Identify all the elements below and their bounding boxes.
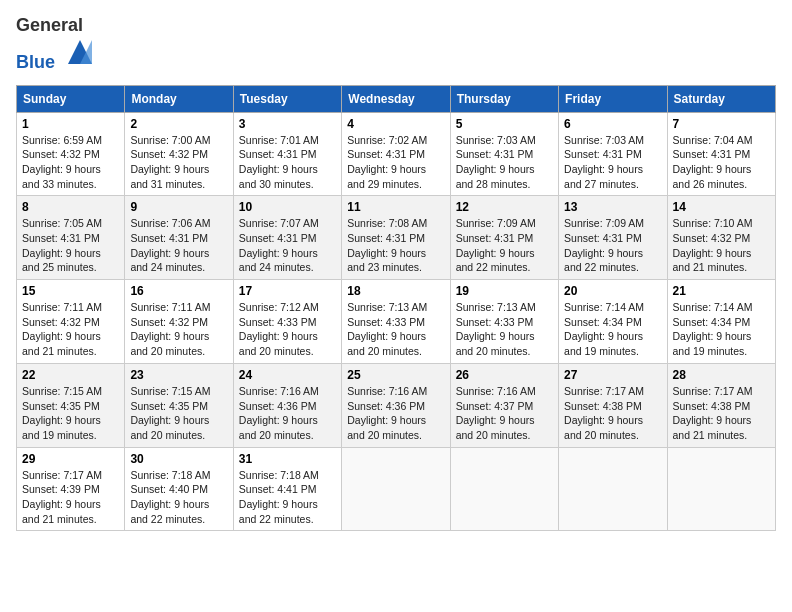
day-detail: Sunrise: 7:16 AMSunset: 4:36 PMDaylight:… [239, 385, 319, 441]
day-number: 31 [239, 452, 336, 466]
day-number: 4 [347, 117, 444, 131]
day-number: 7 [673, 117, 770, 131]
calendar-cell: 24 Sunrise: 7:16 AMSunset: 4:36 PMDaylig… [233, 363, 341, 447]
day-detail: Sunrise: 7:05 AMSunset: 4:31 PMDaylight:… [22, 217, 102, 273]
calendar-cell: 10 Sunrise: 7:07 AMSunset: 4:31 PMDaylig… [233, 196, 341, 280]
day-detail: Sunrise: 7:09 AMSunset: 4:31 PMDaylight:… [456, 217, 536, 273]
day-detail: Sunrise: 7:11 AMSunset: 4:32 PMDaylight:… [22, 301, 102, 357]
calendar-table: SundayMondayTuesdayWednesdayThursdayFrid… [16, 85, 776, 532]
calendar-cell: 7 Sunrise: 7:04 AMSunset: 4:31 PMDayligh… [667, 112, 775, 196]
day-detail: Sunrise: 7:10 AMSunset: 4:32 PMDaylight:… [673, 217, 753, 273]
day-number: 22 [22, 368, 119, 382]
day-number: 21 [673, 284, 770, 298]
week-row-2: 8 Sunrise: 7:05 AMSunset: 4:31 PMDayligh… [17, 196, 776, 280]
day-detail: Sunrise: 7:17 AMSunset: 4:38 PMDaylight:… [564, 385, 644, 441]
calendar-cell: 23 Sunrise: 7:15 AMSunset: 4:35 PMDaylig… [125, 363, 233, 447]
column-header-monday: Monday [125, 85, 233, 112]
day-number: 5 [456, 117, 553, 131]
calendar-cell: 3 Sunrise: 7:01 AMSunset: 4:31 PMDayligh… [233, 112, 341, 196]
day-number: 8 [22, 200, 119, 214]
day-number: 14 [673, 200, 770, 214]
calendar-cell: 5 Sunrise: 7:03 AMSunset: 4:31 PMDayligh… [450, 112, 558, 196]
logo-general-text: General [16, 15, 83, 35]
day-number: 16 [130, 284, 227, 298]
day-detail: Sunrise: 7:13 AMSunset: 4:33 PMDaylight:… [456, 301, 536, 357]
week-row-3: 15 Sunrise: 7:11 AMSunset: 4:32 PMDaylig… [17, 280, 776, 364]
day-number: 15 [22, 284, 119, 298]
day-number: 9 [130, 200, 227, 214]
calendar-cell [559, 447, 667, 531]
day-number: 30 [130, 452, 227, 466]
calendar-cell: 22 Sunrise: 7:15 AMSunset: 4:35 PMDaylig… [17, 363, 125, 447]
column-header-tuesday: Tuesday [233, 85, 341, 112]
calendar-cell: 12 Sunrise: 7:09 AMSunset: 4:31 PMDaylig… [450, 196, 558, 280]
day-detail: Sunrise: 7:02 AMSunset: 4:31 PMDaylight:… [347, 134, 427, 190]
calendar-cell: 20 Sunrise: 7:14 AMSunset: 4:34 PMDaylig… [559, 280, 667, 364]
week-row-5: 29 Sunrise: 7:17 AMSunset: 4:39 PMDaylig… [17, 447, 776, 531]
calendar-cell [450, 447, 558, 531]
day-detail: Sunrise: 7:13 AMSunset: 4:33 PMDaylight:… [347, 301, 427, 357]
logo: General Blue [16, 16, 96, 73]
calendar-cell: 13 Sunrise: 7:09 AMSunset: 4:31 PMDaylig… [559, 196, 667, 280]
calendar-cell: 2 Sunrise: 7:00 AMSunset: 4:32 PMDayligh… [125, 112, 233, 196]
calendar-cell: 11 Sunrise: 7:08 AMSunset: 4:31 PMDaylig… [342, 196, 450, 280]
day-number: 17 [239, 284, 336, 298]
logo-icon [64, 36, 96, 68]
calendar-cell: 25 Sunrise: 7:16 AMSunset: 4:36 PMDaylig… [342, 363, 450, 447]
calendar-cell: 28 Sunrise: 7:17 AMSunset: 4:38 PMDaylig… [667, 363, 775, 447]
calendar-cell: 15 Sunrise: 7:11 AMSunset: 4:32 PMDaylig… [17, 280, 125, 364]
calendar-header-row: SundayMondayTuesdayWednesdayThursdayFrid… [17, 85, 776, 112]
calendar-cell: 8 Sunrise: 7:05 AMSunset: 4:31 PMDayligh… [17, 196, 125, 280]
day-detail: Sunrise: 7:15 AMSunset: 4:35 PMDaylight:… [130, 385, 210, 441]
day-number: 23 [130, 368, 227, 382]
calendar-cell: 31 Sunrise: 7:18 AMSunset: 4:41 PMDaylig… [233, 447, 341, 531]
column-header-thursday: Thursday [450, 85, 558, 112]
day-detail: Sunrise: 7:07 AMSunset: 4:31 PMDaylight:… [239, 217, 319, 273]
calendar-cell [667, 447, 775, 531]
column-header-wednesday: Wednesday [342, 85, 450, 112]
calendar-cell: 21 Sunrise: 7:14 AMSunset: 4:34 PMDaylig… [667, 280, 775, 364]
day-number: 28 [673, 368, 770, 382]
day-number: 1 [22, 117, 119, 131]
day-number: 29 [22, 452, 119, 466]
day-number: 12 [456, 200, 553, 214]
column-header-sunday: Sunday [17, 85, 125, 112]
week-row-4: 22 Sunrise: 7:15 AMSunset: 4:35 PMDaylig… [17, 363, 776, 447]
calendar-cell: 16 Sunrise: 7:11 AMSunset: 4:32 PMDaylig… [125, 280, 233, 364]
day-number: 18 [347, 284, 444, 298]
calendar-cell: 9 Sunrise: 7:06 AMSunset: 4:31 PMDayligh… [125, 196, 233, 280]
day-number: 3 [239, 117, 336, 131]
day-number: 24 [239, 368, 336, 382]
day-detail: Sunrise: 7:03 AMSunset: 4:31 PMDaylight:… [456, 134, 536, 190]
day-number: 13 [564, 200, 661, 214]
day-detail: Sunrise: 7:17 AMSunset: 4:38 PMDaylight:… [673, 385, 753, 441]
day-number: 27 [564, 368, 661, 382]
calendar-cell: 27 Sunrise: 7:17 AMSunset: 4:38 PMDaylig… [559, 363, 667, 447]
calendar-cell: 26 Sunrise: 7:16 AMSunset: 4:37 PMDaylig… [450, 363, 558, 447]
day-detail: Sunrise: 7:08 AMSunset: 4:31 PMDaylight:… [347, 217, 427, 273]
day-detail: Sunrise: 7:14 AMSunset: 4:34 PMDaylight:… [673, 301, 753, 357]
day-number: 6 [564, 117, 661, 131]
day-detail: Sunrise: 7:15 AMSunset: 4:35 PMDaylight:… [22, 385, 102, 441]
day-detail: Sunrise: 7:14 AMSunset: 4:34 PMDaylight:… [564, 301, 644, 357]
logo-blue-text: Blue [16, 52, 55, 72]
day-detail: Sunrise: 7:12 AMSunset: 4:33 PMDaylight:… [239, 301, 319, 357]
column-header-saturday: Saturday [667, 85, 775, 112]
calendar-cell: 18 Sunrise: 7:13 AMSunset: 4:33 PMDaylig… [342, 280, 450, 364]
day-number: 19 [456, 284, 553, 298]
day-detail: Sunrise: 7:00 AMSunset: 4:32 PMDaylight:… [130, 134, 210, 190]
day-detail: Sunrise: 7:16 AMSunset: 4:37 PMDaylight:… [456, 385, 536, 441]
calendar-cell: 1 Sunrise: 6:59 AMSunset: 4:32 PMDayligh… [17, 112, 125, 196]
day-detail: Sunrise: 7:11 AMSunset: 4:32 PMDaylight:… [130, 301, 210, 357]
calendar-cell: 6 Sunrise: 7:03 AMSunset: 4:31 PMDayligh… [559, 112, 667, 196]
day-detail: Sunrise: 7:09 AMSunset: 4:31 PMDaylight:… [564, 217, 644, 273]
day-detail: Sunrise: 7:18 AMSunset: 4:41 PMDaylight:… [239, 469, 319, 525]
day-number: 11 [347, 200, 444, 214]
day-detail: Sunrise: 7:17 AMSunset: 4:39 PMDaylight:… [22, 469, 102, 525]
day-number: 2 [130, 117, 227, 131]
column-header-friday: Friday [559, 85, 667, 112]
calendar-cell: 30 Sunrise: 7:18 AMSunset: 4:40 PMDaylig… [125, 447, 233, 531]
calendar-cell [342, 447, 450, 531]
day-detail: Sunrise: 6:59 AMSunset: 4:32 PMDaylight:… [22, 134, 102, 190]
day-detail: Sunrise: 7:01 AMSunset: 4:31 PMDaylight:… [239, 134, 319, 190]
